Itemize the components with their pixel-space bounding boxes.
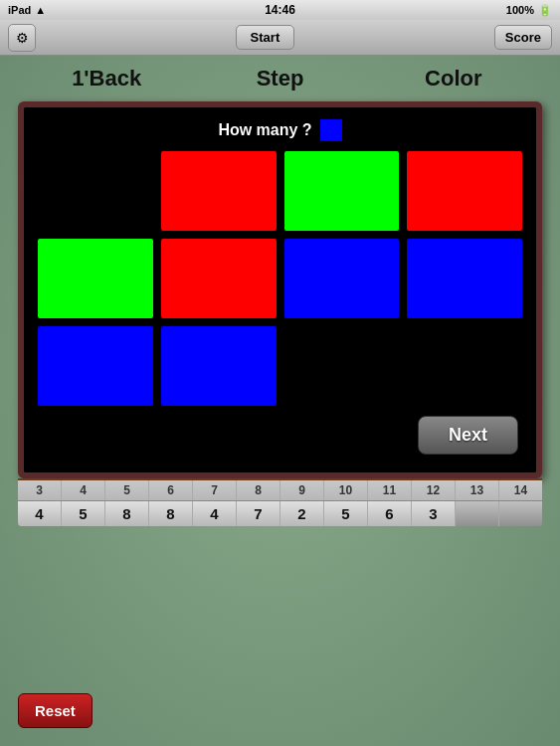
gear-icon: ⚙ [16,30,29,46]
strip-val-10[interactable] [456,501,499,526]
status-bar: iPad ▲ 14:46 100% 🔋 [0,0,560,20]
grid-cell-1[interactable] [161,151,277,231]
strip-val-7[interactable]: 5 [324,501,368,526]
strip-val-11[interactable] [499,501,542,526]
strip-label-8: 11 [368,480,412,500]
strip-label-0: 3 [18,480,62,500]
grid-cell-7[interactable] [407,239,522,318]
strip-label-9: 12 [412,480,456,500]
battery-label: 100% [506,4,534,16]
question-text: How many ? [218,121,311,139]
strip-label-11: 14 [499,480,542,500]
grid-cell-2[interactable] [284,151,400,231]
score-button[interactable]: Score [494,25,552,50]
main-frame: How many ? Next [18,101,542,478]
next-row: Next [38,416,522,455]
strip-top-labels: 3 4 5 6 7 8 9 10 11 12 13 14 [18,480,542,501]
grid-cell-11 [407,326,522,406]
device-label: iPad [8,4,31,16]
strip-label-3: 6 [149,480,193,500]
target-color-box [320,119,342,141]
strip-label-5: 8 [237,480,280,500]
reset-button[interactable]: Reset [18,693,93,728]
strip-label-1: 4 [62,480,105,500]
wifi-icon: ▲ [35,4,46,16]
header-step: Step [193,66,366,92]
strip-label-2: 5 [105,480,149,500]
grid-cell-4[interactable] [38,239,153,318]
status-right: 100% 🔋 [506,4,552,17]
question-row: How many ? [38,117,522,141]
strip-val-1[interactable]: 5 [62,501,105,526]
color-grid [38,151,522,406]
strip-label-7: 10 [324,480,368,500]
strip-label-10: 13 [456,480,499,500]
time-display: 14:46 [265,3,295,17]
battery-icon: 🔋 [538,4,552,17]
grid-cell-0 [38,151,153,231]
header-color: Color [367,66,540,92]
strip-label-6: 9 [280,480,324,500]
strip-val-5[interactable]: 7 [237,501,280,526]
gear-button[interactable]: ⚙ [8,24,36,52]
grid-cell-6[interactable] [284,239,400,318]
grid-cell-8[interactable] [38,326,153,406]
grid-cell-3[interactable] [407,151,522,231]
strip-val-2[interactable]: 8 [105,501,149,526]
status-left: iPad ▲ [8,4,46,16]
grid-cell-10 [284,326,400,406]
number-strip: 3 4 5 6 7 8 9 10 11 12 13 14 4 5 8 8 4 7… [18,478,542,526]
frame-inner: How many ? Next [24,107,536,472]
grid-cell-9[interactable] [161,326,277,406]
grid-cell-5[interactable] [161,239,277,318]
header-back: 1'Back [20,66,193,92]
strip-val-9[interactable]: 3 [412,501,456,526]
start-button[interactable]: Start [236,25,295,50]
strip-val-0[interactable]: 4 [18,501,62,526]
toolbar: ⚙ Start Score [0,20,560,56]
next-button[interactable]: Next [418,416,518,455]
strip-bottom-values: 4 5 8 8 4 7 2 5 6 3 [18,501,542,526]
strip-val-6[interactable]: 2 [280,501,324,526]
strip-label-4: 7 [193,480,237,500]
strip-val-8[interactable]: 6 [368,501,412,526]
strip-val-4[interactable]: 4 [193,501,237,526]
header-row: 1'Back Step Color [0,56,560,101]
strip-val-3[interactable]: 8 [149,501,193,526]
